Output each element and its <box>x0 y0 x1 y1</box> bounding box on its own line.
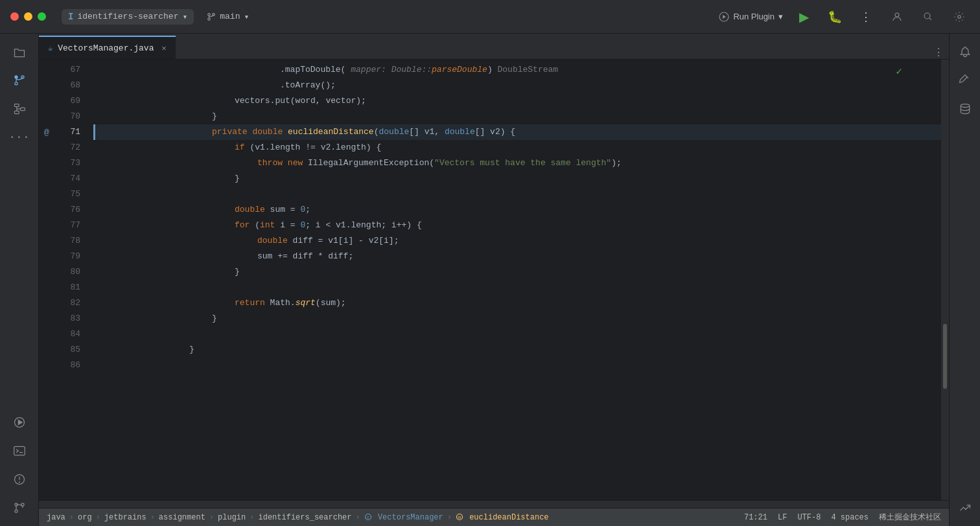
sidebar-right <box>949 34 980 526</box>
tab-vectors-manager[interactable]: ☕ VectorsManager.java ✕ <box>39 36 176 59</box>
notifications-button[interactable] <box>952 39 978 65</box>
ln-72: 72 <box>60 140 88 155</box>
breadcrumb-plugin[interactable]: plugin <box>218 513 246 522</box>
gutter-69 <box>39 93 54 109</box>
vcs-icon <box>13 74 26 87</box>
code-line-76: double sum = 0 ; <box>93 202 941 218</box>
code-line-68: .toArray(); <box>93 78 941 93</box>
gutter-67 <box>39 62 54 78</box>
gutter-84 <box>39 326 54 342</box>
branch-selector[interactable]: main ▾ <box>207 12 249 22</box>
sidebar-item-vcs[interactable] <box>6 67 32 93</box>
titlebar-center: I identifiers-searcher ▾ main ▾ <box>62 9 249 25</box>
gutter-74 <box>39 171 54 187</box>
sidebar-item-structure[interactable] <box>6 96 32 122</box>
java-file-icon: ☕ <box>48 43 52 53</box>
annotation-icon: @ <box>44 128 49 137</box>
gutter-76 <box>39 202 54 218</box>
code-line-67: .mapToDouble( mapper: Double:: parseDoub… <box>93 62 941 78</box>
ln-85: 85 <box>60 342 88 358</box>
maximize-button[interactable] <box>38 12 46 21</box>
active-line-indicator <box>93 124 95 140</box>
horizontal-scrollbar[interactable] <box>39 500 949 508</box>
gutter-85 <box>39 342 54 358</box>
run-button[interactable]: ▶ <box>793 6 814 27</box>
structure-icon <box>13 102 26 115</box>
breadcrumb-org[interactable]: org <box>78 513 92 522</box>
ln-75: 75 <box>60 187 88 202</box>
code-line-80: } <box>93 264 941 280</box>
editor-area: ☕ VectorsManager.java ✕ ⋮ @ <box>39 34 949 526</box>
search-button[interactable] <box>918 6 939 27</box>
svg-point-22 <box>14 510 17 512</box>
settings-button[interactable] <box>949 6 970 27</box>
search-icon <box>922 11 934 23</box>
sidebar-item-run[interactable] <box>6 409 32 435</box>
status-bar-right: 71:21 LF UTF-8 4 spaces 稀土掘金技术社区 <box>744 512 941 523</box>
breadcrumb-assignment[interactable]: assignment <box>159 513 205 522</box>
code-line-75 <box>93 187 941 202</box>
project-name-label: identifiers-searcher <box>77 12 178 21</box>
gutter-80 <box>39 264 54 280</box>
cursor-position[interactable]: 71:21 <box>744 513 767 522</box>
account-button[interactable] <box>887 6 907 27</box>
scrollbar-track[interactable] <box>941 60 949 500</box>
svg-point-21 <box>19 482 19 483</box>
community-link[interactable]: 稀土掘金技术社区 <box>879 512 941 523</box>
titlebar: I identifiers-searcher ▾ main ▾ Run Plug… <box>0 0 980 34</box>
code-content[interactable]: .mapToDouble( mapper: Double:: parseDoub… <box>93 60 941 500</box>
code-editor[interactable]: @ 67 68 69 <box>39 60 949 500</box>
sidebar-item-more[interactable]: ··· <box>6 124 32 150</box>
run-plugin-button[interactable]: Run Plugin ▾ <box>719 12 783 22</box>
paint-icon[interactable] <box>952 67 978 93</box>
tab-close-button[interactable]: ✕ <box>161 43 166 53</box>
method-icon: m <box>456 513 463 521</box>
code-line-71: private double euclideanDistance ( doubl… <box>93 124 941 140</box>
close-button[interactable] <box>10 12 19 21</box>
svg-point-6 <box>958 15 961 18</box>
line-numbers: 67 68 69 70 71 72 73 74 75 76 77 78 79 8… <box>54 60 93 500</box>
scrollbar-thumb[interactable] <box>943 324 947 389</box>
breadcrumb-identifiers-searcher[interactable]: identifiers_searcher <box>258 513 351 522</box>
more-options-button[interactable]: ⋮ <box>856 6 876 27</box>
code-line-74: } <box>93 171 941 187</box>
sidebar-item-files[interactable] <box>6 39 32 65</box>
breadcrumb-jetbrains[interactable]: jetbrains <box>104 513 146 522</box>
breadcrumb-vectors-manager[interactable]: c VectorsManager <box>364 513 443 522</box>
svg-point-4 <box>895 13 899 17</box>
breadcrumb-euclidean-distance[interactable]: m euclideanDistance <box>456 513 549 522</box>
breadcrumb-java[interactable]: java <box>47 513 65 522</box>
minimize-button[interactable] <box>24 12 32 21</box>
sidebar-item-problems[interactable] <box>6 466 32 492</box>
debug-button[interactable]: 🐛 <box>824 6 845 27</box>
ln-84: 84 <box>60 326 88 342</box>
sidebar-item-terminal[interactable] <box>6 438 32 464</box>
gutter-area: @ <box>39 60 54 500</box>
svg-point-0 <box>208 13 211 16</box>
line-ending[interactable]: LF <box>778 513 787 522</box>
bell-icon <box>959 45 972 58</box>
encoding[interactable]: UTF-8 <box>797 513 821 522</box>
svg-point-30 <box>961 104 969 108</box>
sidebar-left: ··· <box>0 34 39 526</box>
run-plugin-icon <box>719 12 729 22</box>
ln-67: 67 <box>60 62 88 78</box>
gutter-70 <box>39 109 54 124</box>
code-line-86 <box>93 358 941 373</box>
svg-point-7 <box>14 76 17 78</box>
svg-text:m: m <box>458 515 461 520</box>
tab-bar: ☕ VectorsManager.java ✕ ⋮ <box>39 34 949 60</box>
code-line-85: } <box>93 342 941 358</box>
chart-icon <box>959 501 972 514</box>
gutter-81 <box>39 280 54 295</box>
insights-icon[interactable] <box>952 495 978 521</box>
database-icon[interactable] <box>952 96 978 122</box>
project-selector[interactable]: I identifiers-searcher ▾ <box>62 9 194 25</box>
tab-more-button[interactable]: ⋮ <box>933 46 949 59</box>
indent[interactable]: 4 spaces <box>831 513 869 522</box>
code-line-83: } <box>93 311 941 326</box>
svg-rect-10 <box>14 104 19 107</box>
sidebar-item-git[interactable] <box>6 495 32 521</box>
code-line-82: return Math. sqrt (sum); <box>93 295 941 311</box>
gutter-71: @ <box>39 124 54 140</box>
